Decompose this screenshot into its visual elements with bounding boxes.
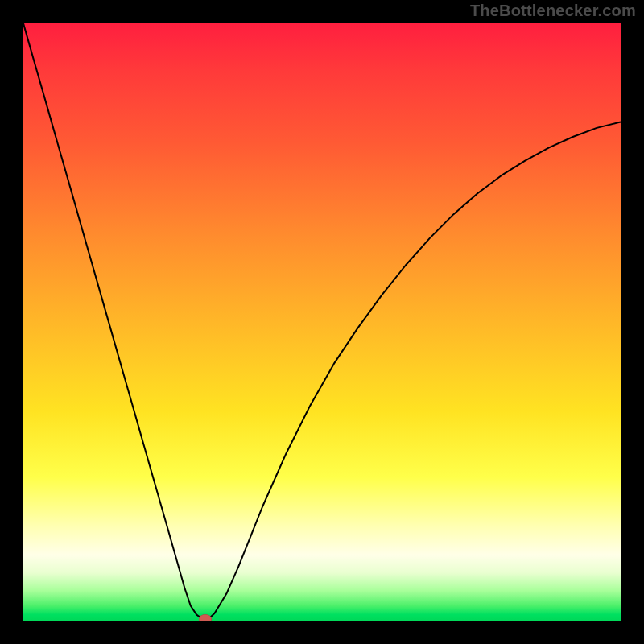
bottleneck-curve (23, 23, 621, 621)
plot-area (23, 23, 621, 621)
optimal-point-marker (199, 614, 212, 621)
attribution-text: TheBottlenecker.com (470, 2, 636, 20)
chart-frame: TheBottlenecker.com (0, 0, 644, 644)
